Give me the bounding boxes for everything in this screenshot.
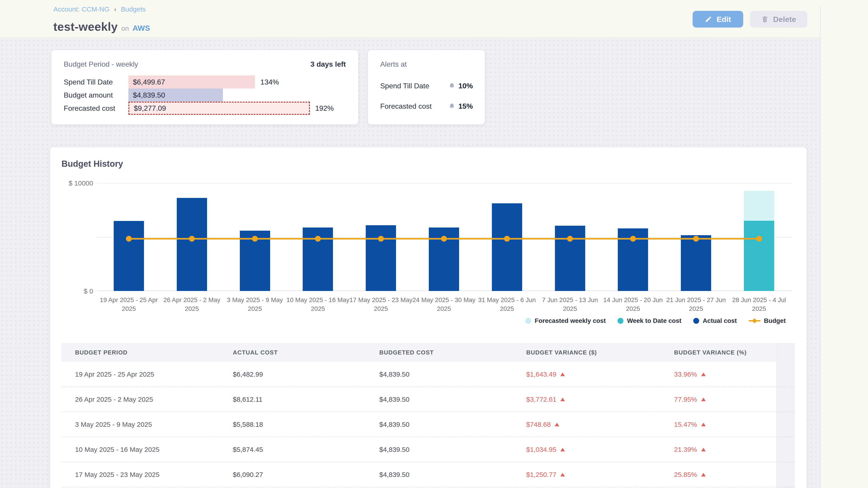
x-axis-label: 26 Apr 2025 - 2 May 2025 <box>158 295 226 313</box>
spend-till-date-bar: $6,499.67 <box>128 75 255 89</box>
legend-label: Actual cost <box>703 317 737 324</box>
triangle-up-icon <box>701 448 706 451</box>
cell-budgeted-cost: $4,839.50 <box>366 370 513 378</box>
cell-budget-variance-pct: 15.47% <box>660 421 795 428</box>
platform-label: AWS <box>132 24 150 33</box>
cell-budget-period: 26 Apr 2025 - 2 May 2025 <box>61 396 219 403</box>
legend-item[interactable]: Week to Date cost <box>618 317 682 324</box>
legend-item[interactable]: Forecasted weekly cost <box>525 317 606 324</box>
y-axis-min-label: $ 0 <box>57 287 93 295</box>
x-axis-label: 28 Jun 2025 - 4 Jul 2025 <box>725 295 793 313</box>
legend-item[interactable]: Budget <box>749 317 786 324</box>
table-header-cell: BUDGETED COST <box>366 349 513 356</box>
cell-budget-variance-pct: 33.96% <box>660 370 795 378</box>
spend-till-date-label: Spend Till Date <box>64 78 113 86</box>
budget-point <box>693 236 699 242</box>
budget-detail-page: Account: CCM-NG › Budgets test-weekly on… <box>0 0 868 488</box>
x-axis-label: 14 Jun 2025 - 20 Jun 2025 <box>599 295 667 313</box>
legend-label: Budget <box>764 317 786 324</box>
cell-budget-variance-usd: $1,034.95 <box>513 446 660 453</box>
cell-actual-cost: $8,612.11 <box>219 396 366 403</box>
spend-till-date-row: Spend Till Date $6,499.67 134% <box>52 75 358 89</box>
cell-budget-variance-usd: $3,772.61 <box>513 396 660 403</box>
triangle-up-icon <box>560 473 565 477</box>
triangle-up-icon <box>555 423 559 426</box>
cell-budget-variance-usd: $1,250.77 <box>513 471 660 479</box>
page-title: test-weekly <box>53 20 118 33</box>
edit-button-label: Edit <box>717 15 731 24</box>
table-row: 19 Apr 2025 - 25 Apr 2025$6,482.99$4,839… <box>61 362 795 387</box>
breadcrumb-account-link[interactable]: Account: CCM-NG <box>53 5 110 13</box>
budget-point <box>441 236 447 242</box>
spend-till-date-pct: 134% <box>260 78 279 86</box>
triangle-up-icon <box>560 372 565 376</box>
pencil-icon <box>705 15 712 23</box>
budget-point <box>567 236 573 242</box>
triangle-up-icon <box>701 473 706 477</box>
legend-dot-icon <box>525 318 531 324</box>
chart-legend: Forecasted weekly costWeek to Date costA… <box>525 317 786 324</box>
cell-actual-cost: $6,482.99 <box>219 370 366 378</box>
header-actions: Edit Delete <box>692 11 807 28</box>
table-header-cell: BUDGET VARIANCE (%) <box>660 349 776 356</box>
cell-budgeted-cost: $4,839.50 <box>366 396 513 403</box>
table-header-cell: BUDGET VARIANCE ($) <box>513 349 660 356</box>
budget-amount-value: $4,839.50 <box>128 91 165 99</box>
spend-till-date-amount: $6,499.67 <box>128 78 165 86</box>
bell-icon <box>448 103 455 110</box>
alert-spend-label: Spend Till Date <box>380 82 429 90</box>
legend-label: Week to Date cost <box>627 317 682 324</box>
forecasted-cost-row: Forecasted cost $9,277.09 192% <box>52 102 358 115</box>
x-axis-label: 3 May 2025 - 9 May 2025 <box>221 295 289 313</box>
breadcrumb-chevron-icon: › <box>114 5 116 13</box>
legend-line-icon <box>749 318 761 324</box>
cell-budget-variance-pct: 77.95% <box>660 396 795 403</box>
x-axis-label: 10 May 2025 - 16 May 2025 <box>284 295 352 313</box>
days-left-label: 3 days left <box>310 60 346 68</box>
legend-item[interactable]: Actual cost <box>693 317 737 324</box>
edit-button[interactable]: Edit <box>692 11 743 28</box>
triangle-up-icon <box>560 448 565 451</box>
budget-period-rows: Spend Till Date $6,499.67 134% Budget am… <box>52 75 358 115</box>
budget-period-card: Budget Period - weekly 3 days left Spend… <box>51 50 359 125</box>
budget-history-table: BUDGET PERIODACTUAL COSTBUDGETED COSTBUD… <box>61 343 795 487</box>
table-header-row: BUDGET PERIODACTUAL COSTBUDGETED COSTBUD… <box>61 343 776 362</box>
delete-button-label: Delete <box>773 15 796 24</box>
cell-budget-period: 3 May 2025 - 9 May 2025 <box>61 421 219 428</box>
delete-button[interactable]: Delete <box>750 11 807 28</box>
cell-budget-variance-pct: 21.39% <box>660 446 795 453</box>
budget-point <box>756 236 762 242</box>
alerts-card: Alerts at Spend Till Date 10% Forecasted… <box>368 50 485 125</box>
forecasted-cost-amount: $9,277.09 <box>129 104 166 112</box>
table-header-cell: ACTUAL COST <box>219 349 366 356</box>
panel-right-border <box>820 6 820 488</box>
budget-amount-row: Budget amount $4,839.50 <box>52 89 358 102</box>
alert-forecast-threshold: 15% <box>458 102 473 110</box>
x-axis-label: 17 May 2025 - 23 May 2025 <box>347 295 415 313</box>
forecasted-cost-label: Forecasted cost <box>64 104 115 112</box>
cell-actual-cost: $6,090.27 <box>219 471 366 479</box>
bell-icon <box>448 83 455 90</box>
budget-amount-bar: $4,839.50 <box>128 89 223 102</box>
trash-icon <box>761 15 769 23</box>
budget-point <box>630 236 636 242</box>
cell-budgeted-cost: $4,839.50 <box>366 421 513 428</box>
table-row: 17 May 2025 - 23 May 2025$6,090.27$4,839… <box>61 462 795 487</box>
budget-period-card-title: Budget Period - weekly <box>64 60 138 68</box>
x-axis-label: 21 Jun 2025 - 27 Jun 2025 <box>662 295 730 313</box>
budget-line <box>97 183 792 291</box>
breadcrumb-budgets-link[interactable]: Budgets <box>121 5 146 13</box>
cell-budget-period: 17 May 2025 - 23 May 2025 <box>61 471 219 479</box>
title-connector: on <box>121 25 129 32</box>
content-area: Budget Period - weekly 3 days left Spend… <box>0 38 820 488</box>
triangle-up-icon <box>701 372 706 376</box>
alert-row-forecast: Forecasted cost 15% <box>380 102 473 110</box>
table-row: 10 May 2025 - 16 May 2025$5,874.45$4,839… <box>61 437 795 462</box>
cell-actual-cost: $5,588.18 <box>219 421 366 428</box>
cell-budget-period: 19 Apr 2025 - 25 Apr 2025 <box>61 370 219 378</box>
cell-budget-variance-usd: $748.68 <box>513 421 660 428</box>
budget-point <box>315 236 321 242</box>
cell-budget-variance-usd: $1,643.49 <box>513 370 660 378</box>
budget-point <box>126 236 132 242</box>
table-header-cell: BUDGET PERIOD <box>61 349 219 356</box>
